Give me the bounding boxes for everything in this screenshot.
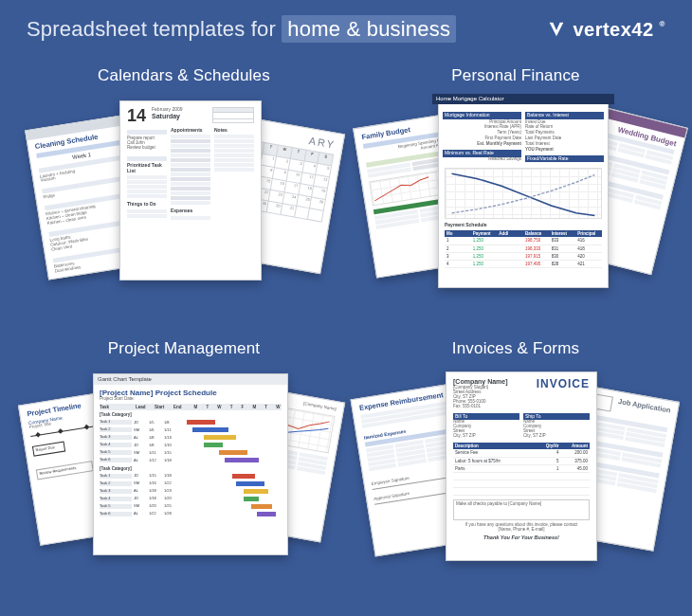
category-title: Calendars & Schedules [98,66,270,85]
headline-prefix: Spreadsheet templates for [27,17,276,41]
header: Spreadsheet templates for home & busines… [0,0,692,53]
mortgage-payment-title: Payment Schedule [445,223,602,228]
template-invoice[interactable]: [Company Name] [Company Slogan] Street A… [446,371,597,561]
category-title: Project Management [108,339,260,358]
category-calendars: Calendars & Schedules Cleaning Schedule … [32,66,336,315]
brand-name: vertex42 [573,19,653,41]
template-gantt-chart[interactable]: Gantt Chart Template [Project Name] Proj… [93,373,288,555]
invoice-thanks: Thank You For Your Business! [453,534,590,540]
template-stack: Expense Reimbursement Itemized Expenses … [364,368,667,567]
template-stack: Project Timeline Company Name Project Ti… [32,368,336,567]
planner-footer1: Things to Do [127,202,167,208]
category-finance: Personal Finance Family Budget Beginning… [364,66,667,315]
planner-weekday: Saturday [152,113,207,120]
planner-col2: Appointments [171,128,210,134]
template-mortgage-calculator[interactable]: Home Mortgage Calculator Mortgage Inform… [438,99,609,288]
template-title: Job Application [616,398,671,421]
template-title: Home Mortgage Calculator [432,94,614,104]
mortgage-box1: Mortgage Information [443,112,521,119]
category-project: Project Management Project Timeline Comp… [32,339,336,588]
headline: Spreadsheet templates for home & busines… [27,17,456,42]
planner-col1: Prioritized Task List [127,163,167,174]
brand-logo: vertex42 ® [546,19,665,41]
category-title: Invoices & Forms [452,339,580,358]
gantt-title-bar: Gantt Chart Template [94,374,287,385]
category-title: Personal Finance [451,66,580,85]
headline-highlight: home & business [282,15,456,43]
gantt-start-label: Project Start Date: [100,397,282,402]
template-stack: Cleaning Schedule Week 1 Laundry + beddi… [32,95,336,294]
template-daily-planner[interactable]: 14 February 2009 Saturday [119,100,262,281]
category-invoices: Invoices & Forms Expense Reimbursement I… [364,339,667,588]
planner-day-number: 14 [127,107,146,124]
template-stack: Family Budget Beginning Spending Balance… [364,95,667,294]
invoice-heading: INVOICE [537,378,590,391]
month-suffix: ARY [308,135,337,151]
brand-mark-icon [546,19,567,40]
planner-footer2: Expenses [171,208,210,214]
planner-col3: Notes [214,128,254,134]
categories-grid: Calendars & Schedules Cleaning Schedule … [0,53,692,610]
brand-reg-icon: ® [660,20,665,28]
mortgage-box2: Balance vs. Interest [525,112,604,119]
